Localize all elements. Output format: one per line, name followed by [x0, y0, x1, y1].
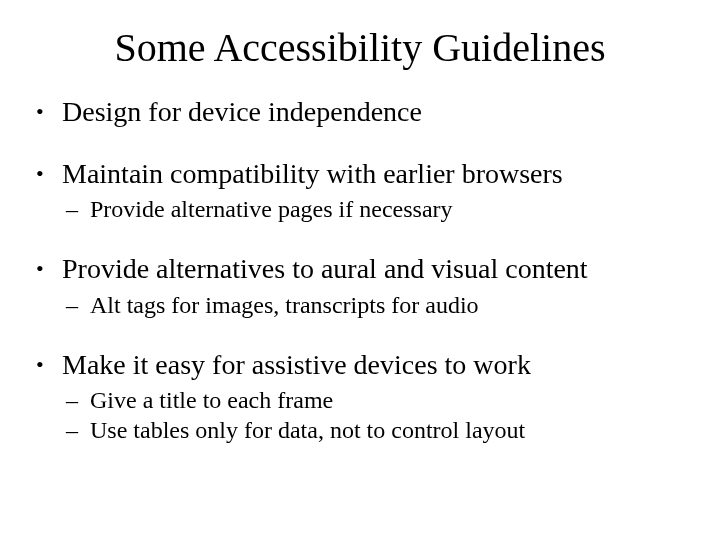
sub-list-item: – Provide alternative pages if necessary: [62, 194, 686, 224]
sub-bullet-list: – Give a title to each frame – Use table…: [62, 385, 686, 445]
dash-icon: –: [66, 385, 78, 415]
dash-icon: –: [66, 194, 78, 224]
sub-bullet-list: – Alt tags for images, transcripts for a…: [62, 290, 686, 320]
sub-list-item: – Alt tags for images, transcripts for a…: [62, 290, 686, 320]
bullet-text: Maintain compatibility with earlier brow…: [62, 158, 563, 189]
bullet-list: • Design for device independence • Maint…: [34, 95, 686, 445]
sub-list-item: – Use tables only for data, not to contr…: [62, 415, 686, 445]
slide-title: Some Accessibility Guidelines: [34, 24, 686, 71]
list-item: • Design for device independence: [34, 95, 686, 129]
bullet-text: Make it easy for assistive devices to wo…: [62, 349, 531, 380]
list-item: • Make it easy for assistive devices to …: [34, 348, 686, 446]
sub-bullet-list: – Provide alternative pages if necessary: [62, 194, 686, 224]
sub-bullet-text: Give a title to each frame: [90, 387, 333, 413]
bullet-icon: •: [36, 157, 44, 191]
list-item: • Provide alternatives to aural and visu…: [34, 252, 686, 320]
sub-list-item: – Give a title to each frame: [62, 385, 686, 415]
bullet-icon: •: [36, 348, 44, 382]
dash-icon: –: [66, 415, 78, 445]
sub-bullet-text: Provide alternative pages if necessary: [90, 196, 453, 222]
bullet-icon: •: [36, 252, 44, 286]
bullet-text: Design for device independence: [62, 96, 422, 127]
bullet-icon: •: [36, 95, 44, 129]
bullet-text: Provide alternatives to aural and visual…: [62, 253, 588, 284]
sub-bullet-text: Alt tags for images, transcripts for aud…: [90, 292, 479, 318]
sub-bullet-text: Use tables only for data, not to control…: [90, 417, 525, 443]
list-item: • Maintain compatibility with earlier br…: [34, 157, 686, 225]
dash-icon: –: [66, 290, 78, 320]
